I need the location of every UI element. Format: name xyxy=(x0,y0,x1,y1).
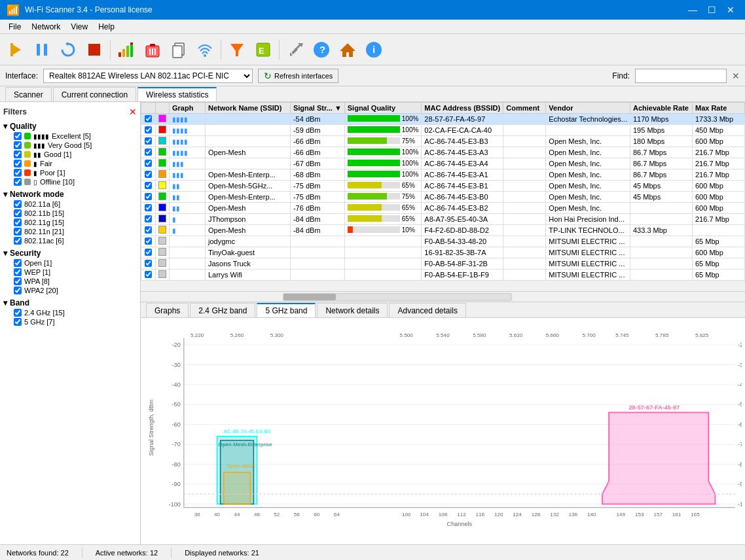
filter-quality-good[interactable]: ▮▮ Good [1] xyxy=(3,150,137,159)
table-row[interactable]: ▮▮▮▮ -54 dBm 100% 28-57-67-FA-45-97 Echo… xyxy=(141,114,745,125)
menu-network[interactable]: Network xyxy=(26,21,65,33)
table-row[interactable]: ▮▮▮ -67 dBm 100% AC-86-74-45-E3-A4 Open … xyxy=(141,158,745,169)
toolbar-stop[interactable] xyxy=(82,37,107,62)
find-clear-button[interactable]: ✕ xyxy=(732,71,740,81)
filter-quality-poor[interactable]: ▮ Poor [1] xyxy=(3,168,137,177)
btab-5ghz[interactable]: 5 GHz band xyxy=(257,303,316,317)
menu-file[interactable]: File xyxy=(3,21,26,33)
filter-security-wpa[interactable]: WPA [8] xyxy=(3,277,137,286)
row-maxrate: 1733.3 Mbp xyxy=(692,114,744,125)
toolbar-copy[interactable] xyxy=(166,37,191,62)
tab-wireless-statistics[interactable]: Wireless statistics xyxy=(137,87,217,101)
minimize-button[interactable]: — xyxy=(685,2,700,18)
toolbar-pause[interactable] xyxy=(29,37,54,62)
col-check[interactable] xyxy=(141,103,156,114)
filter-quality-excellent[interactable]: ▮▮▮▮ Excellent [5] xyxy=(3,131,137,141)
col-maxrate[interactable]: Max Rate xyxy=(692,103,744,114)
toolbar-tools[interactable] xyxy=(283,37,308,62)
table-row[interactable]: ▮▮ Open-Mesh-5GHz... -75 dBm 65% AC-86-7… xyxy=(141,181,745,192)
toolbar-filter[interactable] xyxy=(225,37,249,62)
tab-current-connection[interactable]: Current connection xyxy=(53,87,136,101)
filter-quality-offline[interactable]: ▯ Offline [10] xyxy=(3,177,137,186)
row-check[interactable] xyxy=(141,136,156,147)
col-vendor[interactable]: Vendor xyxy=(546,103,630,114)
filter-mode-80211a[interactable]: 802.11a [6] xyxy=(3,200,137,209)
filter-networkmode-toggle[interactable]: ▾ Network mode xyxy=(3,189,137,200)
toolbar-info[interactable]: i xyxy=(361,37,386,62)
row-check[interactable] xyxy=(141,247,156,258)
table-row[interactable]: TinyOak-guest 16-91-82-35-3B-7A MITSUMI … xyxy=(141,247,745,258)
network-table-container[interactable]: Graph Network Name (SSID) Signal Str... … xyxy=(141,102,745,292)
toolbar-wifi[interactable] xyxy=(192,37,217,62)
filter-security-open[interactable]: Open [1] xyxy=(3,258,137,268)
table-row[interactable]: Jasons Truck F0-AB-54-8F-31-2B MITSUMI E… xyxy=(141,258,745,270)
col-color[interactable] xyxy=(155,103,169,114)
filter-band-24ghz[interactable]: 2.4 GHz [15] xyxy=(3,308,137,317)
filter-band-5ghz[interactable]: 5 GHz [7] xyxy=(3,317,137,326)
table-row[interactable]: ▮▮ Open-Mesh-Enterp... -75 dBm 75% AC-86… xyxy=(141,192,745,203)
col-achrate[interactable]: Achievable Rate xyxy=(630,103,692,114)
menu-view[interactable]: View xyxy=(65,21,93,33)
row-check[interactable] xyxy=(141,181,156,192)
filter-security-wep[interactable]: WEP [1] xyxy=(3,268,137,277)
filter-clear-button[interactable]: ✕ xyxy=(129,107,137,117)
col-mac[interactable]: MAC Address (BSSID) xyxy=(422,103,503,114)
btab-graphs[interactable]: Graphs xyxy=(146,303,189,317)
table-row[interactable]: ▮▮▮▮ Open-Mesh -66 dBm 100% AC-86-74-45-… xyxy=(141,147,745,158)
table-row[interactable]: ▮▮▮ Open-Mesh-Enterp... -68 dBm 100% AC-… xyxy=(141,169,745,181)
table-row[interactable]: Larrys Wifi F0-AB-54-EF-1B-F9 MITSUMI EL… xyxy=(141,270,745,281)
col-ssid[interactable]: Network Name (SSID) xyxy=(205,103,290,114)
tab-scanner[interactable]: Scanner xyxy=(5,87,52,101)
close-button[interactable]: ✕ xyxy=(723,2,738,18)
row-check[interactable] xyxy=(141,236,156,247)
filter-mode-80211b[interactable]: 802.11b [15] xyxy=(3,209,137,218)
row-check[interactable] xyxy=(141,203,156,214)
toolbar-start[interactable] xyxy=(3,37,28,62)
filter-security-toggle[interactable]: ▾ Security xyxy=(3,248,137,258)
interface-select[interactable]: Realtek 8812AE Wireless LAN 802.11ac PCI… xyxy=(43,69,253,83)
toolbar-refresh[interactable] xyxy=(56,37,81,62)
row-check[interactable] xyxy=(141,192,156,203)
filter-quality-toggle[interactable]: ▾ Quality xyxy=(3,121,137,131)
filter-quality-fair[interactable]: ▮ Fair xyxy=(3,159,137,168)
row-check[interactable] xyxy=(141,214,156,225)
table-row[interactable]: ▮ JThompson -84 dBm 65% A8-A7-95-E5-40-3… xyxy=(141,214,745,225)
filter-quality-verygood[interactable]: ▮▮▮ Very Good [5] xyxy=(3,141,137,150)
refresh-interfaces-button[interactable]: ↻ Refresh interfaces xyxy=(258,69,338,83)
btab-netdetails[interactable]: Network details xyxy=(317,303,388,317)
menu-help[interactable]: Help xyxy=(93,21,120,33)
row-check[interactable] xyxy=(141,225,156,236)
filter-security-wpa2[interactable]: WPA2 [20] xyxy=(3,286,137,295)
toolbar-signal[interactable] xyxy=(114,37,139,62)
filter-mode-80211n[interactable]: 802.11n [21] xyxy=(3,227,137,236)
table-row[interactable]: ▮▮▮▮ -66 dBm 75% AC-86-74-45-E3-B3 Open … xyxy=(141,136,745,147)
table-row[interactable]: ▮▮▮▮ -59 dBm 100% 02-CA-FE-CA-CA-40 195 … xyxy=(141,125,745,136)
row-check[interactable] xyxy=(141,114,156,125)
toolbar-delete[interactable] xyxy=(140,37,165,62)
row-check[interactable] xyxy=(141,158,156,169)
row-check[interactable] xyxy=(141,258,156,270)
table-row[interactable]: ▮▮ Open-Mesh -76 dBm 65% AC-86-74-45-E3-… xyxy=(141,203,745,214)
row-check[interactable] xyxy=(141,169,156,181)
row-vendor: Open Mesh, Inc. xyxy=(546,136,630,147)
col-signal[interactable]: Signal Str... ▼ xyxy=(290,103,344,114)
row-vendor: Open Mesh, Inc. xyxy=(546,158,630,169)
toolbar-home[interactable] xyxy=(335,37,360,62)
filter-band-toggle[interactable]: ▾ Band xyxy=(3,298,137,308)
row-check[interactable] xyxy=(141,125,156,136)
toolbar-export[interactable]: E xyxy=(251,37,276,62)
row-check[interactable] xyxy=(141,147,156,158)
row-check[interactable] xyxy=(141,270,156,281)
filter-mode-80211g[interactable]: 802.11g [15] xyxy=(3,218,137,227)
filter-mode-80211ac[interactable]: 802.11ac [6] xyxy=(3,236,137,245)
col-comment[interactable]: Comment xyxy=(503,103,546,114)
find-input[interactable] xyxy=(635,69,727,83)
toolbar-help[interactable]: ? xyxy=(309,37,334,62)
col-quality[interactable]: Signal Quality xyxy=(344,103,422,114)
btab-24ghz[interactable]: 2.4 GHz band xyxy=(190,303,255,317)
table-row[interactable]: ▮ Open-Mesh -84 dBm 10% F4-F2-6D-8D-88-D… xyxy=(141,225,745,236)
col-graph[interactable]: Graph xyxy=(169,103,205,114)
table-row[interactable]: jodygmc F0-AB-54-33-48-20 MITSUMI ELECTR… xyxy=(141,236,745,247)
btab-advdetails[interactable]: Advanced details xyxy=(389,303,465,317)
maximize-button[interactable]: ☐ xyxy=(704,2,719,18)
